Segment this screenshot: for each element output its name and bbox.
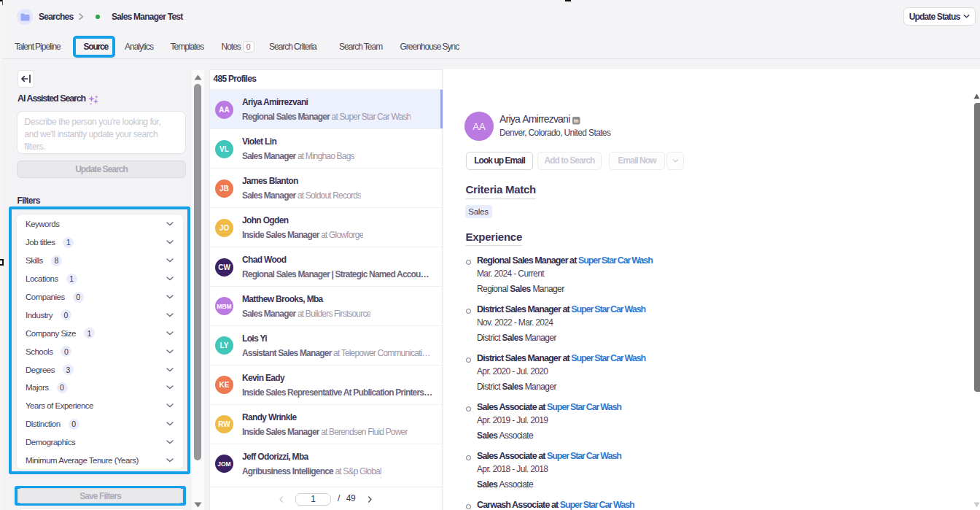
svg-text:in: in [574,118,578,124]
